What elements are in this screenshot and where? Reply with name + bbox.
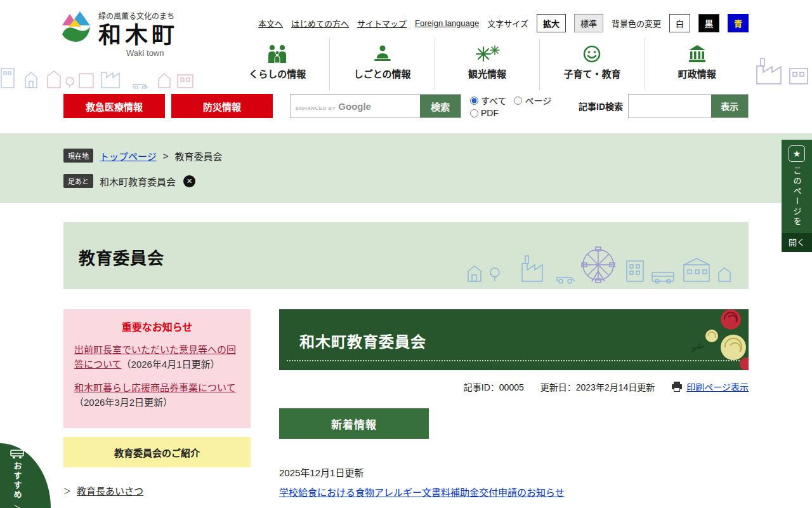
fireworks-icon xyxy=(435,42,539,64)
townscape-illustration-left xyxy=(0,57,209,89)
townscape-illustration-right xyxy=(752,46,812,85)
site-logo[interactable]: 緑の風薫る文化のまち 和木町 Waki town xyxy=(60,10,178,58)
desk-worker-icon xyxy=(330,42,434,64)
notice-date: （2026年3月2日更新） xyxy=(74,397,173,408)
footprint-close-button[interactable]: ✕ xyxy=(183,175,195,187)
breadcrumb-separator: > xyxy=(163,150,169,161)
recommend-label: おすすめ xyxy=(11,462,23,500)
disaster-info-button[interactable]: 防災情報 xyxy=(171,94,273,118)
print-page-link[interactable]: 印刷ページ表示 xyxy=(671,380,749,393)
header-quick-row: 救急医療情報 防災情報 ENHANCED BY Google 検索 すべて ペー… xyxy=(63,94,749,118)
breadcrumb: 現在地 トップページ > 教育委員会 xyxy=(63,149,812,163)
sidebar-links: ＞ 教育長あいさつ xyxy=(63,484,251,497)
font-enlarge-button[interactable]: 拡大 xyxy=(537,14,566,32)
first-time-visitors-link[interactable]: はじめての方へ xyxy=(291,17,349,29)
google-branding: ENHANCED BY Google xyxy=(291,101,371,112)
article-updated: 更新日：2023年2月14日更新 xyxy=(540,380,655,393)
news-link[interactable]: 学校給食における食物アレルギー文書料補助金交付申請のお知らせ xyxy=(279,485,565,498)
foreign-language-link[interactable]: Foreign language xyxy=(415,18,479,28)
roses-illustration xyxy=(672,309,749,370)
site-search-box: ENHANCED BY Google 検索 xyxy=(290,94,461,118)
bg-white-button[interactable]: 白 xyxy=(669,14,690,32)
article-title: 和木町教育委員会 xyxy=(299,330,426,352)
current-location-badge: 現在地 xyxy=(63,149,93,163)
page-title: 教育委員会 xyxy=(79,245,164,269)
notice-item: 和木町暮らし応援商品券事業について（2026年3月2日更新） xyxy=(74,380,240,410)
page-tab-open-button[interactable]: 開く xyxy=(782,233,812,252)
scope-radio-pdf-input[interactable] xyxy=(470,109,478,117)
page-title-band: 教育委員会 xyxy=(63,222,749,289)
content-area: 重要なお知らせ 出前町長室でいただいた意見等への回答について（2026年4月1日… xyxy=(63,309,749,508)
recommend-inner: おすすめ ＞ xyxy=(10,450,24,508)
nav-item-government[interactable]: 町政情報 xyxy=(645,38,749,90)
nav-label: しごとの情報 xyxy=(330,67,434,80)
nav-item-work[interactable]: しごとの情報 xyxy=(329,38,434,90)
bg-black-button[interactable]: 黒 xyxy=(698,14,719,32)
breadcrumb-home-link[interactable]: トップページ xyxy=(100,149,157,163)
titleband-townscape-illustration xyxy=(462,242,747,286)
family-icon xyxy=(225,42,329,64)
article-id: 記事ID：00005 xyxy=(464,380,524,393)
breadcrumb-current: 教育委員会 xyxy=(174,149,222,163)
scope-radio-pdf[interactable]: PDF xyxy=(470,108,506,118)
news-date: 2025年12月1日更新 xyxy=(279,465,749,479)
utility-bar: 本文へ はじめての方へ サイトマップ Foreign language 文字サイ… xyxy=(258,14,749,32)
footprint-row: 足あと 和木町教育委員会 ✕ xyxy=(63,174,812,188)
close-icon: ✕ xyxy=(187,177,192,185)
bg-color-label: 背景色の変更 xyxy=(612,17,661,29)
bookmark-star-icon: ★ xyxy=(789,145,805,162)
font-size-label: 文字サイズ xyxy=(487,17,528,29)
scope-radio-all[interactable]: すべて xyxy=(470,94,506,107)
skip-to-content-link[interactable]: 本文へ xyxy=(258,17,283,29)
font-standard-button[interactable]: 標準 xyxy=(574,14,603,32)
article-id-search-label: 記事ID検索 xyxy=(579,100,623,112)
bg-blue-button[interactable]: 青 xyxy=(728,14,749,32)
important-notice-box: 重要なお知らせ 出前町長室でいただいた意見等への回答について（2026年4月1日… xyxy=(63,309,251,428)
site-search-input[interactable] xyxy=(371,95,420,117)
sidebar-item-greeting[interactable]: ＞ 教育長あいさつ xyxy=(63,484,251,497)
nav-label: 町政情報 xyxy=(645,67,749,80)
town-logo-icon xyxy=(60,10,92,44)
board-intro-title: 教育委員会のご紹介 xyxy=(114,446,200,459)
site-header: 緑の風薫る文化のまち 和木町 Waki town 本文へ はじめての方へ サイト… xyxy=(0,0,812,128)
notice-link[interactable]: 和木町暮らし応援商品券事業について xyxy=(74,382,236,393)
news-item: 2025年12月1日更新 学校給食における食物アレルギー文書料補助金交付申請のお… xyxy=(279,465,749,498)
breadcrumb-band: 現在地 トップページ > 教育委員会 足あと 和木町教育委員会 ✕ xyxy=(0,133,812,203)
recommend-flap[interactable]: おすすめ ＞ xyxy=(0,443,51,508)
nav-item-tourism[interactable]: 観光情報 xyxy=(435,38,539,90)
article-meta-row: 記事ID：00005 更新日：2023年2月14日更新 印刷ページ表示 xyxy=(279,380,749,393)
site-title: 和木町 xyxy=(98,22,178,48)
sidebar-link-label[interactable]: 教育長あいさつ xyxy=(77,484,143,497)
scope-radio-page[interactable]: ページ xyxy=(514,94,551,107)
site-tagline: 緑の風薫る文化のまち xyxy=(98,10,178,21)
nav-item-childcare[interactable]: 子育て・教育 xyxy=(539,38,644,90)
board-intro-box[interactable]: 教育委員会のご紹介 xyxy=(63,437,251,467)
article-id-input[interactable] xyxy=(629,95,711,117)
logo-text: 緑の風薫る文化のまち 和木町 Waki town xyxy=(98,10,178,58)
nav-label: 観光情報 xyxy=(435,67,539,80)
emergency-medical-button[interactable]: 救急医療情報 xyxy=(63,94,165,118)
scope-radio-page-input[interactable] xyxy=(514,97,522,105)
scope-radio-all-input[interactable] xyxy=(470,97,478,105)
notice-item: 出前町長室でいただいた意見等への回答について（2026年4月1日更新） xyxy=(74,342,240,372)
search-button[interactable]: 検索 xyxy=(420,95,461,117)
page: 緑の風薫る文化のまち 和木町 Waki town 本文へ はじめての方へ サイト… xyxy=(0,0,812,508)
nav-label: くらしの情報 xyxy=(225,67,329,80)
search-scope-radios: すべて ページ PDF xyxy=(470,94,551,118)
sitemap-link[interactable]: サイトマップ xyxy=(357,17,407,29)
site-subtitle: Waki town xyxy=(126,48,178,58)
smile-icon xyxy=(540,42,644,64)
notice-date: （2026年4月1日更新） xyxy=(122,359,220,370)
footprint-item[interactable]: 和木町教育委員会 xyxy=(100,175,176,188)
town-hall-icon xyxy=(645,42,749,64)
chevron-right-icon: ＞ xyxy=(63,485,71,496)
nav-label: 子育て・教育 xyxy=(540,67,644,80)
chevron-right-icon: ＞ xyxy=(14,502,21,508)
footprint-badge: 足あと xyxy=(63,174,93,188)
main-nav: くらしの情報 しごとの情報 xyxy=(225,38,749,90)
page-tab-label: このページを xyxy=(791,166,803,227)
news-section-tab: 新着情報 xyxy=(279,408,429,439)
nav-item-living[interactable]: くらしの情報 xyxy=(225,38,329,90)
article-id-show-button[interactable]: 表示 xyxy=(711,95,748,117)
page-bookmark-tab[interactable]: ★ このページを 開く xyxy=(782,140,812,252)
